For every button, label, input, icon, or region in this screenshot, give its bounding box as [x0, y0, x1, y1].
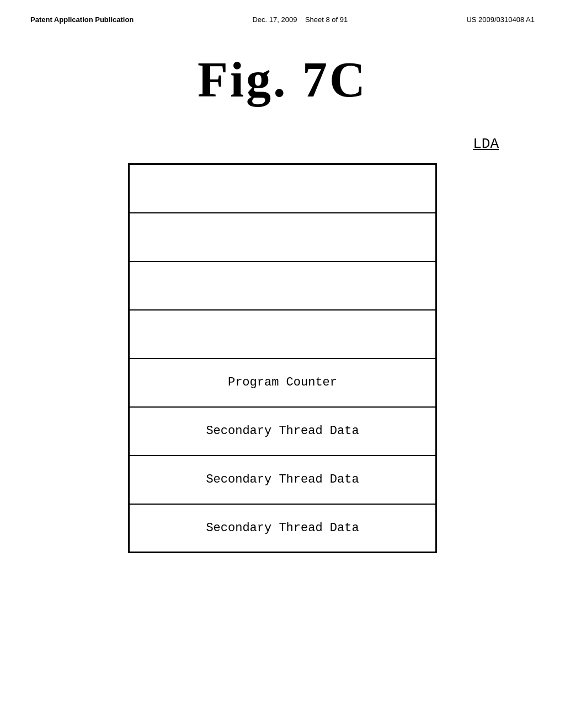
- table-row: [129, 164, 436, 213]
- lda-label-container: LDA: [0, 136, 565, 152]
- figure-title: Fig. 7C: [198, 52, 367, 107]
- program-counter-cell: Program Counter: [129, 358, 436, 407]
- diagram-cell-empty-1: [129, 164, 436, 213]
- diagram-cell-empty-2: [129, 213, 436, 261]
- secondary-thread-data-cell-1: Secondary Thread Data: [129, 407, 436, 456]
- table-row: [129, 213, 436, 261]
- table-row: [129, 310, 436, 358]
- secondary-thread-data-cell-3: Secondary Thread Data: [129, 504, 436, 553]
- page-header: Patent Application Publication Dec. 17, …: [0, 0, 565, 29]
- diagram-wrapper: Program Counter Secondary Thread Data Se…: [128, 163, 437, 553]
- header-date-sheet: Dec. 17, 2009 Sheet 8 of 91: [252, 15, 348, 24]
- page: Patent Application Publication Dec. 17, …: [0, 0, 565, 728]
- diagram-cell-empty-4: [129, 310, 436, 358]
- header-date: Dec. 17, 2009: [252, 15, 297, 24]
- header-publication-label: Patent Application Publication: [30, 15, 134, 24]
- secondary-thread-data-cell-2: Secondary Thread Data: [129, 456, 436, 504]
- header-patent-number: US 2009/0310408 A1: [466, 15, 535, 24]
- table-row: Secondary Thread Data: [129, 504, 436, 553]
- lda-label: LDA: [473, 136, 499, 152]
- table-row: Secondary Thread Data: [129, 407, 436, 456]
- table-row: Secondary Thread Data: [129, 456, 436, 504]
- diagram-cell-empty-3: [129, 261, 436, 310]
- header-sheet: Sheet 8 of 91: [305, 15, 348, 24]
- table-row: Program Counter: [129, 358, 436, 407]
- figure-title-container: Fig. 7C: [0, 51, 565, 108]
- table-row: [129, 261, 436, 310]
- diagram-container: Program Counter Secondary Thread Data Se…: [0, 163, 565, 553]
- diagram-table: Program Counter Secondary Thread Data Se…: [128, 163, 437, 553]
